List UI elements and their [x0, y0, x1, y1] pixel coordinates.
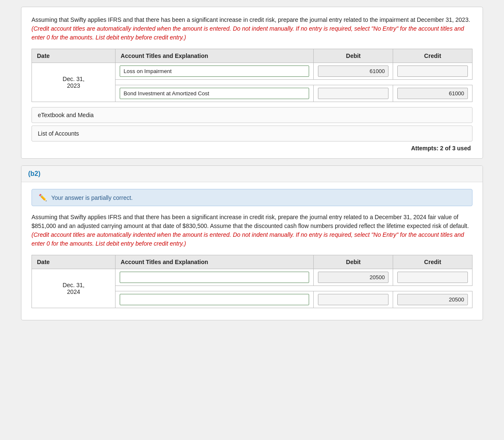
- b2-date-cell: Dec. 31,2024: [32, 269, 116, 308]
- section-b1: Assuming that Swifty applies IFRS and th…: [21, 7, 483, 159]
- b1-account2-input[interactable]: [120, 88, 309, 99]
- b2-account2-cell: [116, 291, 314, 308]
- b2-debit1-cell: [314, 269, 393, 286]
- partial-correct-text: Your answer is partially correct.: [51, 194, 133, 201]
- b2-credit2-input[interactable]: [397, 294, 468, 305]
- b2-header: (b2): [21, 166, 483, 182]
- partial-correct-banner: ✏️ Your answer is partially correct.: [32, 189, 472, 206]
- b1-credit1-input[interactable]: [397, 65, 468, 77]
- b2-col-debit: Debit: [314, 255, 393, 269]
- b1-instruction-plain: Assuming that Swifty applies IFRS and th…: [32, 16, 470, 23]
- b1-credit2-input[interactable]: [397, 88, 468, 99]
- b1-credit1-cell: [393, 63, 472, 80]
- col-debit: Debit: [314, 49, 393, 63]
- b2-credit2-cell: [393, 291, 472, 308]
- b2-credit1-cell: [393, 269, 472, 286]
- b2-col-credit: Credit: [393, 255, 472, 269]
- b1-account2-cell: [116, 85, 314, 102]
- b1-debit2-cell: [314, 85, 393, 102]
- col-date: Date: [32, 49, 116, 63]
- bottom-links: eTextbook and Media List of Accounts: [32, 107, 472, 141]
- table-row: Dec. 31,2024: [32, 269, 472, 286]
- b2-credit1-input[interactable]: [397, 272, 468, 283]
- b2-instruction: Assuming that Swifty applies IFRS and th…: [32, 213, 472, 248]
- pencil-icon: ✏️: [39, 194, 47, 202]
- b1-journal-table: Date Account Titles and Explanation Debi…: [32, 49, 472, 102]
- section-b2: (b2) ✏️ Your answer is partially correct…: [21, 165, 483, 320]
- b2-journal-table: Date Account Titles and Explanation Debi…: [32, 255, 472, 308]
- b2-account1-input[interactable]: [120, 272, 309, 283]
- table-row: Dec. 31,2023: [32, 63, 472, 80]
- b1-account1-input[interactable]: [120, 65, 309, 77]
- b1-instruction: Assuming that Swifty applies IFRS and th…: [32, 16, 472, 42]
- col-account: Account Titles and Explanation: [116, 49, 314, 63]
- b1-instruction-italic: (Credit account titles are automatically…: [32, 25, 464, 41]
- list-of-accounts-link[interactable]: List of Accounts: [32, 126, 472, 141]
- b1-credit2-cell: [393, 85, 472, 102]
- b2-debit1-input[interactable]: [318, 272, 388, 283]
- b2-col-date: Date: [32, 255, 116, 269]
- b2-label: (b2): [28, 170, 40, 177]
- b2-debit2-input[interactable]: [318, 294, 388, 305]
- b1-account1-cell: [116, 63, 314, 80]
- b1-debit2-input[interactable]: [318, 88, 388, 99]
- b2-col-account: Account Titles and Explanation: [116, 255, 314, 269]
- attempts-label: Attempts: 2 of 3 used: [32, 145, 472, 152]
- etextbook-link[interactable]: eTextbook and Media: [32, 107, 472, 123]
- col-credit: Credit: [393, 49, 472, 63]
- b2-account2-input[interactable]: [120, 294, 309, 305]
- b2-account1-cell: [116, 269, 314, 286]
- b1-date-cell: Dec. 31,2023: [32, 63, 116, 102]
- b1-debit1-input[interactable]: [318, 65, 388, 77]
- b2-debit2-cell: [314, 291, 393, 308]
- b1-debit1-cell: [314, 63, 393, 80]
- b2-instruction-italic: (Credit account titles are automatically…: [32, 231, 464, 247]
- b2-instruction-plain: Assuming that Swifty applies IFRS and th…: [32, 214, 469, 229]
